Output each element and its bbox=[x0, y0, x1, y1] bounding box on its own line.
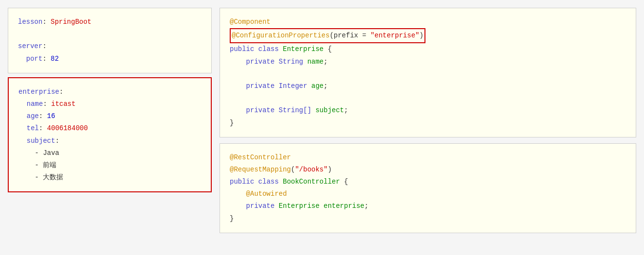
book-controller-box: @RestController @RequestMapping("/books"… bbox=[220, 143, 636, 233]
right-panel: @Component @ConfigurationProperties(pref… bbox=[220, 8, 636, 247]
yaml-enterprise-content: enterprise: name: itcast age: 16 tel: 40… bbox=[18, 86, 201, 184]
class-keyword-2: class bbox=[258, 178, 279, 186]
yaml-port-value: 82 bbox=[51, 55, 59, 63]
integer-type: Integer bbox=[279, 82, 307, 90]
component-annotation: @Component bbox=[230, 18, 271, 26]
yaml-lesson-key: lesson bbox=[18, 18, 42, 26]
string-array-type: String[] bbox=[279, 106, 311, 114]
private-keyword-4: private bbox=[246, 202, 275, 210]
yaml-list-bigdata: - 大数据 bbox=[35, 173, 64, 181]
book-controller-content: @RestController @RequestMapping("/books"… bbox=[230, 152, 626, 225]
autowired-annotation: @Autowired bbox=[246, 190, 287, 198]
yaml-list-frontend: - 前端 bbox=[35, 161, 57, 169]
rest-controller-annotation: @RestController bbox=[230, 153, 291, 161]
yaml-name-value: itcast bbox=[51, 100, 75, 108]
configuration-properties-annotation: @ConfigurationProperties bbox=[232, 32, 330, 39]
enterprise-prefix-string: "enterprise" bbox=[371, 32, 420, 39]
enterprise-field: enterprise bbox=[323, 202, 364, 210]
yaml-tel-key: tel bbox=[27, 124, 39, 132]
private-keyword-1: private bbox=[246, 58, 275, 66]
private-keyword-2: private bbox=[246, 82, 275, 90]
class-keyword: class bbox=[258, 45, 279, 53]
yaml-subject-key: subject bbox=[27, 137, 55, 145]
enterprise-class-content: @Component @ConfigurationProperties(pref… bbox=[230, 16, 626, 129]
name-field: name bbox=[307, 58, 324, 66]
age-field: age bbox=[311, 82, 323, 90]
left-panel: lesson: SpringBoot server: port: 82 ente… bbox=[8, 8, 212, 247]
yaml-enterprise-box: enterprise: name: itcast age: 16 tel: 40… bbox=[8, 77, 212, 193]
yaml-port-key: port bbox=[26, 55, 43, 63]
yaml-enterprise-key: enterprise bbox=[18, 88, 59, 96]
yaml-top-box: lesson: SpringBoot server: port: 82 bbox=[8, 8, 212, 73]
request-mapping-annotation: @RequestMapping bbox=[230, 166, 291, 173]
yaml-server-key: server bbox=[18, 42, 42, 50]
public-keyword-2: public bbox=[230, 178, 254, 186]
configuration-properties-box: @ConfigurationProperties(prefix = "enter… bbox=[230, 28, 425, 43]
books-path-string: "/books" bbox=[295, 166, 327, 173]
yaml-age-key: age bbox=[27, 112, 39, 120]
yaml-top-content: lesson: SpringBoot server: port: 82 bbox=[18, 16, 202, 65]
yaml-age-value: 16 bbox=[47, 112, 55, 120]
string-type-1: String bbox=[279, 58, 303, 66]
yaml-tel-value: 4006184000 bbox=[47, 124, 88, 132]
public-keyword: public bbox=[230, 45, 254, 53]
subject-field: subject bbox=[315, 106, 344, 114]
private-keyword-3: private bbox=[246, 106, 275, 114]
bookcontroller-classname: BookController bbox=[283, 178, 340, 186]
yaml-list-java: - Java bbox=[35, 149, 59, 157]
enterprise-class-box: @Component @ConfigurationProperties(pref… bbox=[220, 8, 636, 137]
enterprise-classname: Enterprise bbox=[283, 45, 323, 53]
enterprise-type: Enterprise bbox=[279, 202, 320, 210]
yaml-name-key: name bbox=[27, 100, 43, 108]
yaml-lesson-value: SpringBoot bbox=[51, 18, 91, 26]
